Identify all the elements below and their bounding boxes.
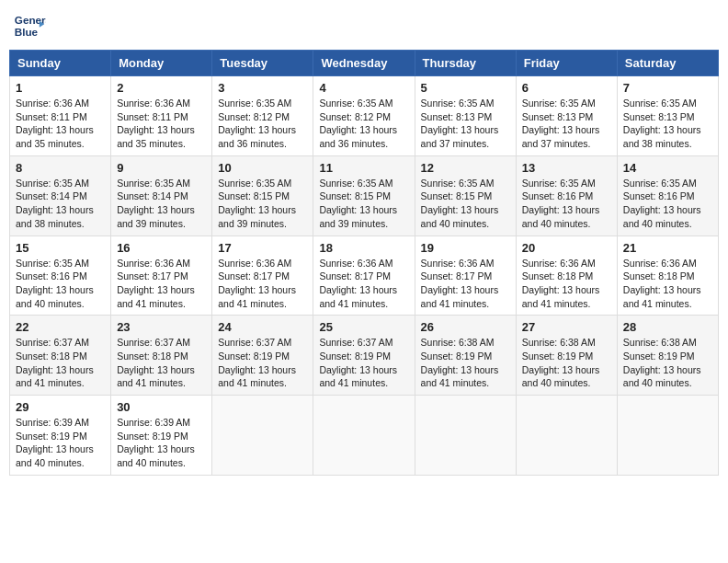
calendar-cell: 12 Sunrise: 6:35 AMSunset: 8:15 PMDaylig… (415, 155, 516, 236)
day-number: 27 (522, 320, 611, 334)
day-number: 19 (421, 241, 510, 255)
day-number: 24 (218, 320, 307, 334)
page-header: General Blue (9, 9, 719, 42)
svg-text:Blue: Blue (15, 26, 39, 38)
day-info: Sunrise: 6:36 AMSunset: 8:17 PMDaylight:… (421, 258, 499, 309)
calendar-cell: 11 Sunrise: 6:35 AMSunset: 8:15 PMDaylig… (313, 155, 415, 236)
day-number: 13 (522, 161, 611, 175)
calendar-cell: 30 Sunrise: 6:39 AMSunset: 8:19 PMDaylig… (111, 396, 212, 476)
weekday-header-tuesday: Tuesday (212, 51, 313, 76)
calendar-cell: 25 Sunrise: 6:37 AMSunset: 8:19 PMDaylig… (313, 316, 415, 396)
day-info: Sunrise: 6:35 AMSunset: 8:16 PMDaylight:… (522, 178, 600, 229)
calendar-cell: 24 Sunrise: 6:37 AMSunset: 8:19 PMDaylig… (212, 316, 313, 396)
calendar-cell: 20 Sunrise: 6:36 AMSunset: 8:18 PMDaylig… (516, 236, 617, 316)
calendar-cell: 10 Sunrise: 6:35 AMSunset: 8:15 PMDaylig… (212, 155, 313, 236)
calendar-cell: 14 Sunrise: 6:35 AMSunset: 8:16 PMDaylig… (617, 155, 718, 236)
day-number: 17 (218, 241, 307, 255)
day-number: 11 (319, 161, 408, 175)
day-info: Sunrise: 6:36 AMSunset: 8:18 PMDaylight:… (522, 258, 600, 309)
day-info: Sunrise: 6:38 AMSunset: 8:19 PMDaylight:… (623, 337, 701, 388)
calendar-table: SundayMondayTuesdayWednesdayThursdayFrid… (9, 50, 719, 476)
calendar-cell: 4 Sunrise: 6:35 AMSunset: 8:12 PMDayligh… (313, 76, 415, 156)
day-info: Sunrise: 6:36 AMSunset: 8:17 PMDaylight:… (319, 258, 397, 309)
calendar-cell: 5 Sunrise: 6:35 AMSunset: 8:13 PMDayligh… (415, 76, 516, 156)
day-info: Sunrise: 6:35 AMSunset: 8:15 PMDaylight:… (218, 178, 296, 229)
day-info: Sunrise: 6:35 AMSunset: 8:12 PMDaylight:… (218, 98, 296, 149)
calendar-cell: 2 Sunrise: 6:36 AMSunset: 8:11 PMDayligh… (111, 76, 212, 156)
day-info: Sunrise: 6:36 AMSunset: 8:11 PMDaylight:… (117, 98, 195, 149)
day-number: 7 (623, 81, 712, 95)
day-number: 6 (522, 81, 611, 95)
day-number: 4 (319, 81, 408, 95)
day-info: Sunrise: 6:35 AMSunset: 8:15 PMDaylight:… (421, 178, 499, 229)
day-number: 16 (117, 241, 206, 255)
day-number: 28 (623, 320, 712, 334)
day-info: Sunrise: 6:35 AMSunset: 8:13 PMDaylight:… (421, 98, 499, 149)
day-number: 26 (421, 320, 510, 334)
day-number: 18 (319, 241, 408, 255)
day-info: Sunrise: 6:36 AMSunset: 8:18 PMDaylight:… (623, 258, 701, 309)
calendar-cell (415, 396, 516, 476)
calendar-cell (212, 396, 313, 476)
calendar-cell: 9 Sunrise: 6:35 AMSunset: 8:14 PMDayligh… (111, 155, 212, 236)
day-number: 22 (16, 320, 105, 334)
day-number: 12 (421, 161, 510, 175)
calendar-cell: 27 Sunrise: 6:38 AMSunset: 8:19 PMDaylig… (516, 316, 617, 396)
day-number: 5 (421, 81, 510, 95)
calendar-cell (313, 396, 415, 476)
calendar-cell: 26 Sunrise: 6:38 AMSunset: 8:19 PMDaylig… (415, 316, 516, 396)
day-number: 14 (623, 161, 712, 175)
day-info: Sunrise: 6:35 AMSunset: 8:16 PMDaylight:… (623, 178, 701, 229)
weekday-header-wednesday: Wednesday (313, 51, 415, 76)
day-number: 23 (117, 320, 206, 334)
calendar-cell: 18 Sunrise: 6:36 AMSunset: 8:17 PMDaylig… (313, 236, 415, 316)
day-number: 20 (522, 241, 611, 255)
calendar-week-row: 15 Sunrise: 6:35 AMSunset: 8:16 PMDaylig… (10, 236, 719, 316)
logo-icon: General Blue (13, 9, 46, 42)
weekday-header-sunday: Sunday (10, 51, 111, 76)
day-number: 3 (218, 81, 307, 95)
calendar-week-row: 8 Sunrise: 6:35 AMSunset: 8:14 PMDayligh… (10, 155, 719, 236)
day-info: Sunrise: 6:38 AMSunset: 8:19 PMDaylight:… (522, 337, 600, 388)
day-info: Sunrise: 6:36 AMSunset: 8:11 PMDaylight:… (16, 98, 94, 149)
calendar-cell: 16 Sunrise: 6:36 AMSunset: 8:17 PMDaylig… (111, 236, 212, 316)
calendar-cell: 3 Sunrise: 6:35 AMSunset: 8:12 PMDayligh… (212, 76, 313, 156)
calendar-cell (617, 396, 718, 476)
calendar-cell: 28 Sunrise: 6:38 AMSunset: 8:19 PMDaylig… (617, 316, 718, 396)
weekday-header-row: SundayMondayTuesdayWednesdayThursdayFrid… (10, 51, 719, 76)
calendar-cell: 1 Sunrise: 6:36 AMSunset: 8:11 PMDayligh… (10, 76, 111, 156)
day-number: 8 (16, 161, 105, 175)
calendar-cell: 7 Sunrise: 6:35 AMSunset: 8:13 PMDayligh… (617, 76, 718, 156)
calendar-cell: 23 Sunrise: 6:37 AMSunset: 8:18 PMDaylig… (111, 316, 212, 396)
day-info: Sunrise: 6:35 AMSunset: 8:15 PMDaylight:… (319, 178, 397, 229)
day-number: 2 (117, 81, 206, 95)
calendar-week-row: 22 Sunrise: 6:37 AMSunset: 8:18 PMDaylig… (10, 316, 719, 396)
day-number: 29 (16, 400, 105, 414)
calendar-cell: 29 Sunrise: 6:39 AMSunset: 8:19 PMDaylig… (10, 396, 111, 476)
calendar-cell: 22 Sunrise: 6:37 AMSunset: 8:18 PMDaylig… (10, 316, 111, 396)
calendar-cell: 13 Sunrise: 6:35 AMSunset: 8:16 PMDaylig… (516, 155, 617, 236)
calendar-cell: 15 Sunrise: 6:35 AMSunset: 8:16 PMDaylig… (10, 236, 111, 316)
calendar-week-row: 1 Sunrise: 6:36 AMSunset: 8:11 PMDayligh… (10, 76, 719, 156)
day-info: Sunrise: 6:35 AMSunset: 8:12 PMDaylight:… (319, 98, 397, 149)
logo: General Blue (13, 9, 46, 42)
day-info: Sunrise: 6:35 AMSunset: 8:16 PMDaylight:… (16, 258, 94, 309)
calendar-cell: 19 Sunrise: 6:36 AMSunset: 8:17 PMDaylig… (415, 236, 516, 316)
weekday-header-thursday: Thursday (415, 51, 516, 76)
day-number: 15 (16, 241, 105, 255)
day-number: 9 (117, 161, 206, 175)
day-number: 10 (218, 161, 307, 175)
day-info: Sunrise: 6:35 AMSunset: 8:14 PMDaylight:… (117, 178, 195, 229)
day-number: 25 (319, 320, 408, 334)
day-info: Sunrise: 6:37 AMSunset: 8:18 PMDaylight:… (117, 337, 195, 388)
day-number: 30 (117, 400, 206, 414)
calendar-cell: 21 Sunrise: 6:36 AMSunset: 8:18 PMDaylig… (617, 236, 718, 316)
day-info: Sunrise: 6:37 AMSunset: 8:19 PMDaylight:… (218, 337, 296, 388)
calendar-week-row: 29 Sunrise: 6:39 AMSunset: 8:19 PMDaylig… (10, 396, 719, 476)
day-info: Sunrise: 6:36 AMSunset: 8:17 PMDaylight:… (218, 258, 296, 309)
weekday-header-saturday: Saturday (617, 51, 718, 76)
day-info: Sunrise: 6:38 AMSunset: 8:19 PMDaylight:… (421, 337, 499, 388)
weekday-header-friday: Friday (516, 51, 617, 76)
weekday-header-monday: Monday (111, 51, 212, 76)
calendar-cell (516, 396, 617, 476)
